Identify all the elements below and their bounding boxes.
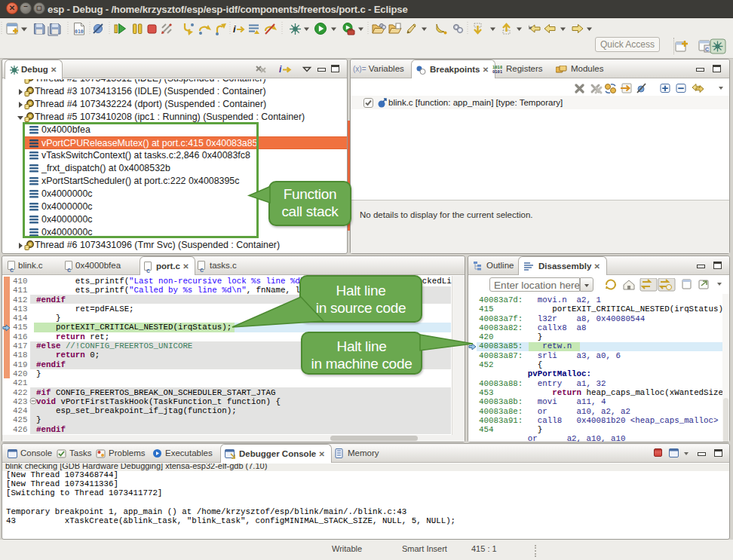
svg-text:0101: 0101	[492, 69, 502, 74]
svg-text:i: i	[279, 64, 282, 75]
svg-text:i: i	[233, 23, 236, 35]
svg-text:C: C	[705, 47, 709, 52]
svg-text:010: 010	[75, 29, 84, 35]
